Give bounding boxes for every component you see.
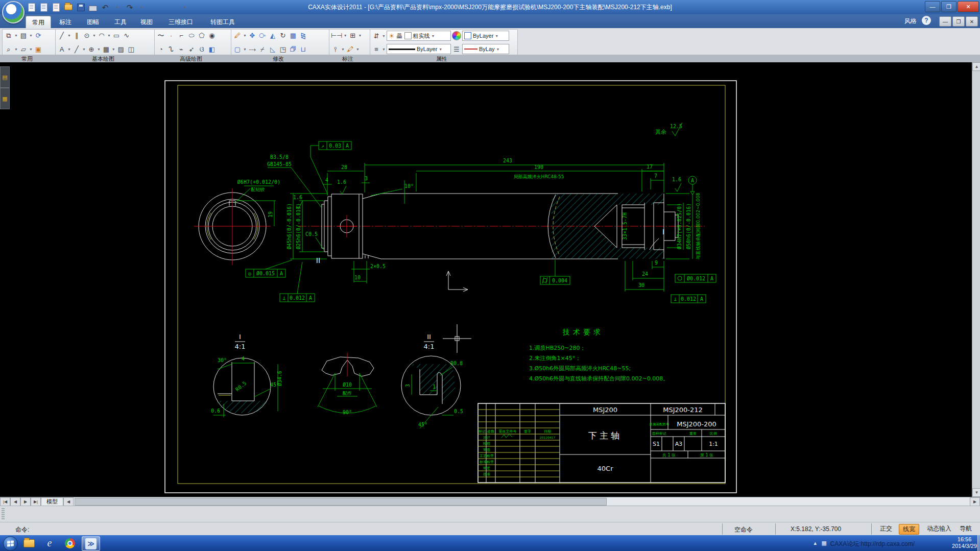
scroll-up-icon[interactable]: ▲ bbox=[972, 62, 980, 71]
ortho-toggle[interactable]: 正交 bbox=[876, 524, 896, 534]
hscroll-right-icon[interactable]: ▶ bbox=[970, 497, 980, 506]
horizontal-scrollbar[interactable] bbox=[74, 497, 970, 506]
region-tool-icon[interactable]: ◫ bbox=[127, 44, 136, 54]
erase-icon[interactable]: 🖉 bbox=[233, 31, 242, 40]
doc-close-button[interactable]: ✕ bbox=[966, 16, 978, 27]
dimstyle-combo[interactable]: ByLay ▼ bbox=[462, 44, 509, 54]
point-tool-icon[interactable]: · bbox=[166, 31, 176, 40]
next-sheet-icon[interactable]: ▶ bbox=[20, 497, 31, 506]
close-button[interactable]: ✕ bbox=[958, 1, 979, 12]
edit-dim-icon[interactable]: 🖍 bbox=[346, 44, 355, 54]
command-prompt[interactable]: 命令: bbox=[15, 525, 29, 534]
fillet-icon[interactable]: ◳ bbox=[278, 44, 288, 54]
tray-ticker-text[interactable]: CAXA论坛:http://rdp.caxa.com/ bbox=[830, 540, 915, 548]
last-sheet-icon[interactable]: ▶| bbox=[31, 497, 41, 506]
tab-dimension[interactable]: 标注 bbox=[53, 16, 78, 28]
tray-network-icon[interactable]: ▦ bbox=[822, 540, 827, 546]
minimize-button[interactable]: — bbox=[925, 1, 940, 12]
table-tool-icon[interactable]: ▦ bbox=[102, 44, 111, 54]
move-icon[interactable]: ✥ bbox=[248, 31, 257, 40]
tab-3d[interactable]: 三维接口 bbox=[162, 16, 199, 28]
mirror-icon[interactable]: ◭ bbox=[268, 31, 277, 40]
chrome-taskbar-icon[interactable] bbox=[61, 536, 79, 550]
curve-tool-icon[interactable]: 〜 bbox=[156, 31, 165, 40]
ellipse-tool-icon[interactable]: ⬭ bbox=[187, 31, 196, 40]
wave-tool-icon[interactable]: ᔐ bbox=[166, 44, 176, 54]
join-icon[interactable]: ⊔ bbox=[299, 44, 308, 54]
hscroll-left-icon[interactable]: ◀ bbox=[63, 497, 74, 506]
solid-tool-icon[interactable]: ◧ bbox=[207, 44, 217, 54]
prev-sheet-icon[interactable]: ◀ bbox=[10, 497, 20, 506]
linetype-combo[interactable]: ☀ 🖶 粗实线 ▼ bbox=[387, 31, 451, 41]
tab-tools[interactable]: 工具 bbox=[108, 16, 133, 28]
trim-icon[interactable]: ▢ bbox=[233, 44, 242, 54]
model-sheet-tab[interactable]: 模型 bbox=[41, 497, 63, 506]
navigation-toggle[interactable]: 导航 bbox=[956, 524, 975, 534]
parallel-tool-icon[interactable]: ∥ bbox=[72, 31, 81, 40]
break-icon[interactable]: ⌿ bbox=[258, 44, 267, 54]
start-button[interactable] bbox=[3, 536, 18, 551]
taskbar-clock[interactable]: 16:56 2014/3/29 bbox=[952, 536, 977, 549]
polygon-tool-icon[interactable]: ⬠ bbox=[197, 31, 206, 40]
linestyle-list-icon[interactable]: ☰ bbox=[452, 44, 461, 54]
extend-icon[interactable]: ⤏ bbox=[248, 44, 257, 54]
tab-convert[interactable]: 转图工具 bbox=[204, 16, 241, 28]
chamfer-icon[interactable]: ◺ bbox=[268, 44, 277, 54]
tab-frame[interactable]: 图幅 bbox=[81, 16, 105, 28]
contour-tool-icon[interactable]: ଓ bbox=[197, 44, 206, 54]
help-icon[interactable]: ? bbox=[922, 16, 931, 25]
first-sheet-icon[interactable]: |◀ bbox=[0, 497, 10, 506]
caxa-taskbar-icon[interactable]: ≫ bbox=[82, 536, 100, 551]
copy-icon[interactable]: ⧉ bbox=[4, 31, 13, 40]
tolerance-tool-icon[interactable]: ⊞ bbox=[348, 31, 357, 40]
caxa-logo-icon[interactable] bbox=[2, 1, 25, 23]
array-icon[interactable]: ▦ bbox=[289, 31, 298, 40]
text-tool-icon[interactable]: A bbox=[57, 44, 66, 54]
tray-chevron-icon[interactable]: ▴ bbox=[814, 540, 817, 546]
scale-icon[interactable]: ⧎ bbox=[299, 31, 308, 40]
scroll-down-icon[interactable]: ▼ bbox=[972, 488, 980, 497]
revolve-tool-icon[interactable]: ◔ bbox=[156, 44, 165, 54]
rotate-icon[interactable]: ↻ bbox=[278, 31, 288, 40]
color-combo[interactable]: ByLayer ▼ bbox=[462, 31, 509, 41]
hscroll-thumb[interactable] bbox=[75, 498, 607, 506]
block-tool-icon[interactable]: ⊕ bbox=[87, 44, 96, 54]
side-panel-tab-1[interactable]: ▤ bbox=[0, 66, 10, 88]
lineweight-toggle[interactable]: 线宽 bbox=[899, 524, 919, 535]
hatch-tool-icon[interactable]: ▨ bbox=[116, 44, 126, 54]
pan-icon[interactable]: ▱ bbox=[19, 44, 28, 54]
ie-taskbar-icon[interactable]: e bbox=[41, 536, 58, 550]
dimension-tool-icon[interactable]: ⊢⊣ bbox=[331, 31, 343, 40]
arc-tool-icon[interactable]: ◠ bbox=[97, 31, 106, 40]
explorer-taskbar-icon[interactable] bbox=[20, 536, 38, 550]
command-history-area[interactable] bbox=[0, 506, 980, 522]
color-wheel-icon[interactable] bbox=[452, 31, 461, 40]
linestyle-combo[interactable]: ByLayer ▼ bbox=[387, 44, 451, 54]
style-menu-button[interactable]: 风格 bbox=[904, 17, 917, 26]
paste-icon[interactable]: ▤ bbox=[19, 31, 28, 40]
layer-convert-icon[interactable]: ⇵ bbox=[372, 31, 381, 41]
spline-tool-icon[interactable]: ∿ bbox=[122, 31, 131, 40]
offset-icon[interactable]: ⧂ bbox=[258, 31, 267, 40]
dynamic-input-toggle[interactable]: 动态输入 bbox=[923, 524, 955, 534]
panel-drag-handle[interactable] bbox=[2, 508, 5, 520]
axis-tool-icon[interactable]: ⌐ bbox=[177, 31, 186, 40]
tab-common[interactable]: 常用 bbox=[26, 16, 51, 29]
lineweight-icon[interactable]: ≡ bbox=[372, 44, 381, 54]
circle-tool-icon[interactable]: ⊙ bbox=[82, 31, 91, 40]
vertical-scrollbar[interactable]: ▲ ▼ bbox=[972, 62, 980, 497]
select-icon[interactable]: ▣ bbox=[34, 44, 43, 54]
line-tool-icon[interactable]: ╱ bbox=[57, 31, 66, 40]
rectangle-tool-icon[interactable]: ▭ bbox=[112, 31, 121, 40]
datum-tool-icon[interactable]: ⫯ bbox=[331, 44, 340, 54]
side-panel-tab-2[interactable]: ▦ bbox=[0, 88, 10, 109]
doc-minimize-button[interactable]: — bbox=[939, 16, 951, 27]
tab-view[interactable]: 视图 bbox=[134, 16, 159, 28]
gear-tool-icon[interactable]: ◉ bbox=[207, 31, 217, 40]
show-desktop-button[interactable] bbox=[977, 535, 980, 551]
refresh-icon[interactable]: ⟳ bbox=[34, 31, 43, 40]
drawing-canvas[interactable]: ▤ ▦ bbox=[0, 62, 980, 497]
arrow-tool-icon[interactable]: ➶ bbox=[187, 44, 196, 54]
maximize-button[interactable]: ❐ bbox=[941, 1, 957, 12]
zoom-icon[interactable]: ⌕ bbox=[4, 44, 13, 54]
